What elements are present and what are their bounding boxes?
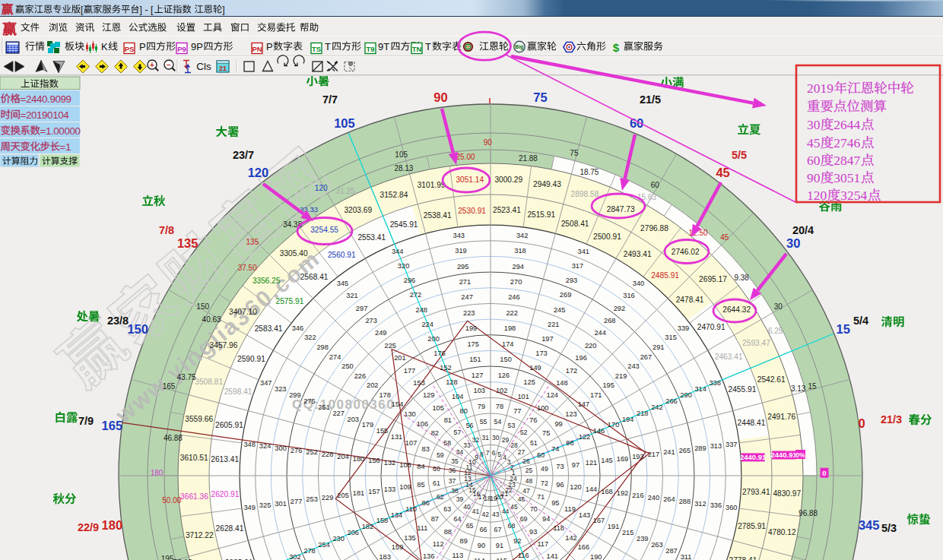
svg-text:2542.61: 2542.61 [757,375,786,384]
svg-text:31: 31 [482,434,490,441]
svg-text:336: 336 [710,501,722,509]
svg-text:177: 177 [404,367,416,375]
svg-text:224: 224 [421,321,433,328]
svg-text:2493.41: 2493.41 [624,250,652,258]
svg-text:2019: 2019 [807,81,833,96]
svg-text:144: 144 [586,486,598,493]
svg-text:3203.69: 3203.69 [344,206,372,214]
svg-text:0%: 0% [795,451,805,459]
svg-text:21: 21 [219,65,227,72]
svg-text:] - [: ] - [ [140,5,154,15]
svg-text:120: 120 [807,188,827,203]
svg-text:T: T [425,41,431,52]
svg-text:83: 83 [422,445,430,453]
svg-text:3051.14: 3051.14 [456,176,484,184]
svg-text:197: 197 [541,335,554,343]
svg-text:113: 113 [452,552,463,559]
svg-text:60: 60 [630,116,643,130]
svg-text:27: 27 [518,448,525,456]
svg-text:3712.22: 3712.22 [186,531,214,539]
svg-text:157: 157 [368,488,380,495]
svg-text:120: 120 [248,166,269,179]
svg-text:33: 33 [463,441,471,449]
svg-text:64: 64 [454,515,462,523]
svg-text:289: 289 [694,445,706,452]
svg-text:7/9: 7/9 [78,415,94,427]
svg-text:192: 192 [617,489,629,497]
svg-text:70: 70 [530,505,538,513]
svg-text:2628.41: 2628.41 [216,524,244,533]
svg-text:81: 81 [444,416,452,424]
svg-text:75: 75 [542,429,550,437]
svg-text:90: 90 [433,90,447,104]
svg-text:301: 301 [275,500,287,508]
svg-text:127: 127 [472,372,484,379]
svg-text:2898.58: 2898.58 [570,190,599,198]
svg-text:142: 142 [565,534,577,542]
svg-text:147: 147 [578,400,590,408]
svg-text:28: 28 [510,441,518,449]
svg-text:2455.91: 2455.91 [728,385,756,394]
svg-text:4: 4 [503,454,506,461]
svg-text:103: 103 [474,387,486,394]
svg-text:30: 30 [786,236,800,250]
svg-text:296: 296 [404,277,416,284]
svg-text:3610.51: 3610.51 [180,454,208,462]
svg-text:251: 251 [318,403,330,411]
svg-text:216: 216 [632,492,644,499]
svg-text:165: 165 [102,419,123,432]
svg-text:23/8: 23/8 [107,315,129,327]
svg-text:2613.41: 2613.41 [211,455,239,464]
svg-text:86: 86 [422,499,430,507]
svg-text:2568.41: 2568.41 [300,273,329,281]
svg-text:116: 116 [518,552,529,559]
svg-text:206: 206 [348,529,360,536]
svg-text:2796.88: 2796.88 [640,224,668,233]
svg-text:36: 36 [449,467,456,474]
svg-text:87: 87 [431,515,439,523]
svg-text:−: − [167,61,171,69]
svg-text:193: 193 [632,453,644,460]
svg-text:343: 343 [453,232,465,239]
svg-text:155: 155 [376,427,389,435]
svg-text:P: P [139,41,146,52]
svg-text:$: $ [613,41,620,54]
svg-text:85: 85 [417,481,424,489]
svg-text:=20190104: =20190104 [21,109,70,121]
svg-text:2485.91: 2485.91 [651,271,679,280]
svg-text:268: 268 [604,317,616,324]
svg-text:37.50: 37.50 [238,264,257,272]
svg-text:122: 122 [579,433,591,441]
svg-text:3254.55: 3254.55 [310,226,338,234]
svg-text:40.63: 40.63 [202,315,221,324]
svg-text:94: 94 [542,515,550,523]
svg-text:32: 32 [472,436,480,444]
svg-text:293: 293 [566,277,578,284]
svg-text:170: 170 [608,421,620,429]
svg-text:244: 244 [594,329,606,337]
svg-text:229: 229 [322,494,334,501]
svg-text:69: 69 [520,515,528,523]
svg-text:57: 57 [454,429,462,436]
svg-text:2695.17: 2695.17 [699,275,727,283]
svg-text:317: 317 [572,262,584,270]
svg-text:60: 60 [807,153,821,168]
svg-text:105: 105 [334,116,355,130]
svg-text:158: 158 [376,517,389,524]
svg-text:3356.25: 3356.25 [252,277,281,285]
svg-text:242: 242 [651,403,663,411]
svg-text:75: 75 [533,90,547,104]
svg-text:180: 180 [151,469,164,477]
svg-text:269: 269 [560,291,572,299]
svg-text:118: 118 [553,524,564,532]
svg-text:124: 124 [547,391,559,399]
svg-text:112: 112 [433,540,444,548]
svg-text:2644.32: 2644.32 [722,305,751,314]
svg-text:63: 63 [443,505,451,513]
svg-text:3254: 3254 [840,188,867,203]
svg-text:100: 100 [537,404,549,412]
svg-text:2440.91: 2440.91 [740,453,767,461]
svg-text:202: 202 [367,381,379,389]
svg-text:314: 314 [694,385,706,393]
svg-text:0: 0 [822,469,826,477]
